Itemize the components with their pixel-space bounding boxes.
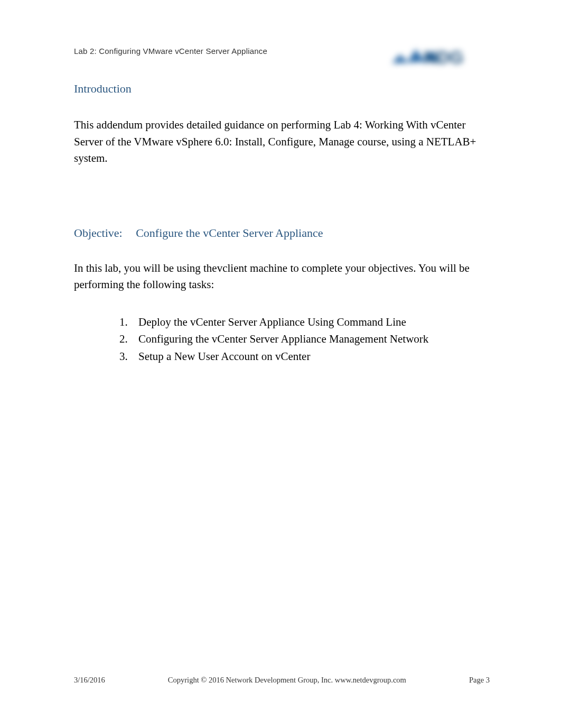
task-number: 3. — [119, 348, 138, 365]
task-text: Configuring the vCenter Server Appliance… — [138, 330, 428, 348]
task-list: 1. Deploy the vCenter Server Appliance U… — [119, 314, 490, 365]
footer-date: 3/16/2016 — [74, 676, 105, 685]
objective-label: Objective: — [74, 226, 123, 239]
footer-copyright: Copyright © 2016 Network Development Gro… — [168, 676, 406, 685]
document-page: Lab 2: Configuring VMware vCenter Server… — [0, 0, 561, 728]
ndg-logo: NDG — [387, 40, 471, 71]
list-item: 2. Configuring the vCenter Server Applia… — [119, 330, 490, 348]
intro-text-3: VMware vSphere 6.0: Install, Configure, … — [134, 135, 354, 148]
obj-text-2: vclient — [217, 262, 247, 274]
objective-paragraph: In this lab, you will be using thevclien… — [74, 260, 490, 293]
task-number: 2. — [119, 330, 138, 348]
obj-text-1: In this lab, you will be using the — [74, 262, 217, 274]
svg-text:NDG: NDG — [424, 47, 464, 67]
task-number: 1. — [119, 314, 138, 331]
objective-text: Configure the vCenter Server Appliance — [136, 226, 323, 239]
logo-icon: NDG — [387, 40, 471, 71]
introduction-heading: Introduction — [74, 82, 490, 96]
intro-text-2: of the — [106, 135, 131, 148]
objective-heading: Objective: Configure the vCenter Server … — [74, 226, 490, 240]
task-text: Deploy the vCenter Server Appliance Usin… — [138, 314, 406, 331]
task-text: Setup a New User Account on vCenter — [138, 348, 310, 365]
footer-page-number: Page 3 — [469, 676, 490, 685]
page-footer: 3/16/2016 Copyright © 2016 Network Devel… — [74, 676, 490, 685]
introduction-paragraph: This addendum provides detailed guidance… — [74, 117, 490, 167]
list-item: 1. Deploy the vCenter Server Appliance U… — [119, 314, 490, 331]
list-item: 3. Setup a New User Account on vCenter — [119, 348, 490, 365]
